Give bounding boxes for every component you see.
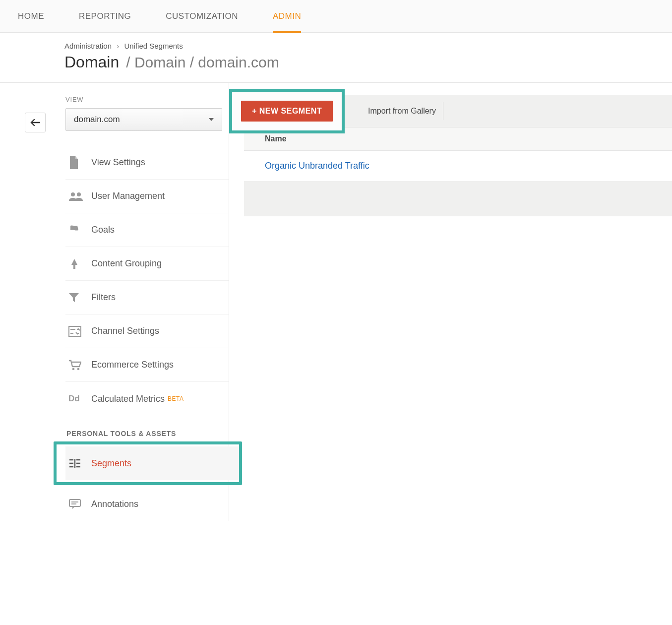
back-arrow-icon — [30, 119, 41, 126]
tab-home[interactable]: HOME — [18, 0, 44, 33]
view-nav-list: View Settings User Management Goals Cont… — [65, 146, 229, 416]
sidebar-item-filters[interactable]: Filters — [65, 281, 229, 314]
top-nav: HOME REPORTING CUSTOMIZATION ADMIN — [0, 0, 672, 33]
sidebar-item-channel-settings[interactable]: Channel Settings — [65, 314, 229, 348]
channel-icon — [68, 326, 91, 337]
users-icon — [68, 192, 91, 201]
tab-customization[interactable]: CUSTOMIZATION — [166, 0, 238, 33]
sidebar-item-calculated-metrics[interactable]: Dd Calculated Metrics BETA — [65, 382, 229, 416]
highlight-segments: Segments — [54, 441, 242, 485]
sidebar-item-ecommerce-settings[interactable]: Ecommerce Settings — [65, 348, 229, 382]
breadcrumb-part-2[interactable]: Unified Segments — [124, 42, 183, 50]
tab-reporting[interactable]: REPORTING — [79, 0, 131, 33]
document-icon — [68, 156, 91, 169]
flag-icon — [68, 224, 91, 236]
sidebar-item-label: Segments — [91, 458, 131, 469]
cart-icon — [68, 360, 91, 371]
metrics-icon: Dd — [68, 394, 91, 404]
segment-link[interactable]: Organic Unbranded Traffic — [265, 161, 369, 171]
sidebar: VIEW domain.com View Settings User Manag… — [36, 83, 229, 521]
title-main: Domain — [64, 53, 119, 71]
new-segment-button[interactable]: + NEW SEGMENT — [241, 101, 333, 122]
view-selected-value: domain.com — [74, 115, 120, 125]
sidebar-item-label: Calculated Metrics — [91, 394, 165, 404]
title-sub: / Domain / domain.com — [126, 54, 279, 71]
page-title: Domain / Domain / domain.com — [64, 53, 672, 71]
svg-point-3 — [72, 368, 75, 370]
beta-badge: BETA — [168, 395, 183, 402]
sidebar-item-label: View Settings — [91, 157, 145, 168]
back-column — [0, 83, 36, 521]
import-from-gallery-link[interactable]: Import from Gallery — [368, 102, 443, 120]
svg-point-4 — [77, 368, 80, 370]
sidebar-item-view-settings[interactable]: View Settings — [65, 146, 229, 180]
annotations-icon — [68, 499, 91, 509]
sidebar-item-content-grouping[interactable]: Content Grouping — [65, 247, 229, 281]
svg-point-1 — [77, 192, 81, 196]
sidebar-item-label: Ecommerce Settings — [91, 360, 174, 370]
back-button[interactable] — [25, 113, 46, 132]
content-area: VIEW domain.com View Settings User Manag… — [0, 83, 672, 521]
breadcrumb-separator: › — [117, 42, 119, 50]
sidebar-item-label: Annotations — [91, 499, 138, 509]
svg-rect-5 — [69, 500, 80, 506]
breadcrumb: Administration › Unified Segments — [64, 42, 672, 50]
breadcrumb-part-1[interactable]: Administration — [64, 42, 112, 50]
sidebar-item-label: User Management — [91, 191, 165, 201]
main-panel: + NEW SEGMENT Import from Gallery Name O… — [229, 83, 672, 521]
tab-admin[interactable]: ADMIN — [273, 0, 301, 33]
sidebar-item-label: Filters — [91, 292, 116, 303]
view-label: VIEW — [65, 96, 229, 103]
table-row: Organic Unbranded Traffic — [244, 151, 672, 182]
sidebar-item-user-management[interactable]: User Management — [65, 180, 229, 213]
sidebar-item-segments[interactable]: Segments — [65, 446, 239, 480]
dropdown-caret-icon — [209, 118, 214, 121]
section-label-personal: PERSONAL TOOLS & ASSETS — [66, 430, 229, 438]
funnel-icon — [68, 293, 91, 303]
sidebar-item-label: Content Grouping — [91, 258, 162, 269]
svg-rect-2 — [69, 326, 81, 336]
sidebar-item-label: Channel Settings — [91, 326, 159, 336]
svg-point-0 — [71, 192, 75, 196]
grouping-icon — [68, 258, 91, 270]
segments-icon — [68, 458, 91, 468]
sidebar-item-goals[interactable]: Goals — [65, 213, 229, 247]
view-selector[interactable]: domain.com — [65, 108, 222, 131]
page-header: Administration › Unified Segments Domain… — [0, 33, 672, 83]
highlight-new-segment: + NEW SEGMENT — [229, 89, 345, 133]
sidebar-item-label: Goals — [91, 225, 115, 235]
sidebar-item-annotations[interactable]: Annotations — [65, 487, 229, 521]
table-footer — [244, 182, 672, 216]
